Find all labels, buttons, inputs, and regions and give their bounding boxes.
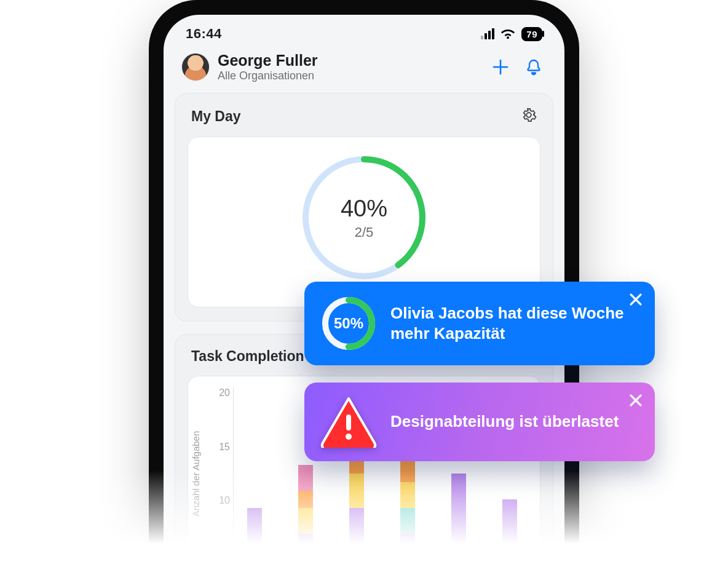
chart-tick: 10 (205, 495, 230, 506)
notifications-button[interactable] (521, 55, 546, 79)
alert-close-button[interactable] (628, 291, 644, 310)
alert-text: Olivia Jacobs hat diese Woche mehr Kapaz… (390, 303, 639, 344)
chart-tick: 5 (205, 549, 230, 560)
status-time: 16:44 (186, 26, 222, 42)
close-icon (628, 392, 644, 408)
my-day-settings-button[interactable] (521, 107, 537, 125)
user-name: George Fuller (218, 52, 318, 69)
close-icon (628, 291, 644, 307)
warning-icon (320, 396, 377, 448)
alert-overloaded[interactable]: Designabteilung ist überlastet (304, 383, 655, 461)
chart-bar (237, 387, 271, 560)
chart-tick: 15 (205, 442, 230, 453)
capacity-percent: 50% (320, 295, 377, 352)
svg-point-5 (346, 434, 352, 440)
progress-percent: 40% (341, 196, 387, 222)
battery-level: 79 (526, 29, 537, 39)
alert-close-button[interactable] (628, 392, 644, 411)
phone-side-button (149, 117, 152, 148)
wifi-icon (501, 28, 515, 39)
chart-tick: 20 (205, 387, 230, 399)
avatar[interactable] (182, 54, 209, 81)
capacity-donut: 50% (320, 295, 377, 352)
phone-side-button (576, 178, 579, 271)
status-bar: 16:44 79 (164, 15, 564, 47)
add-button[interactable] (488, 55, 513, 79)
battery-indicator: 79 (521, 27, 542, 41)
alert-text: Designabteilung ist überlastet (390, 411, 619, 432)
org-selector-label[interactable]: Alle Organisationen (218, 69, 318, 82)
header: George Fuller Alle Organisationen (164, 47, 564, 93)
svg-rect-4 (346, 414, 351, 430)
chart-y-label: Anzahl der Aufgaben (188, 387, 207, 560)
gear-icon (521, 107, 537, 123)
phone-side-button (149, 167, 152, 229)
phone-side-button (149, 241, 152, 303)
alert-capacity[interactable]: 50% Olivia Jacobs hat diese Woche mehr K… (304, 282, 655, 365)
progress-donut: 40% 2/5 (299, 153, 429, 282)
signal-icon (481, 28, 494, 39)
progress-fraction: 2/5 (355, 224, 374, 240)
my-day-title: My Day (191, 108, 241, 125)
